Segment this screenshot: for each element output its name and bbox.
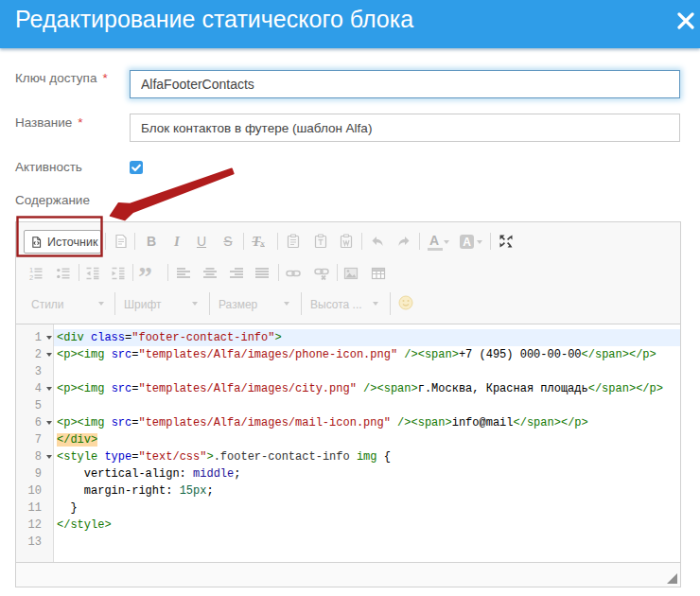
- svg-text:2: 2: [29, 273, 33, 281]
